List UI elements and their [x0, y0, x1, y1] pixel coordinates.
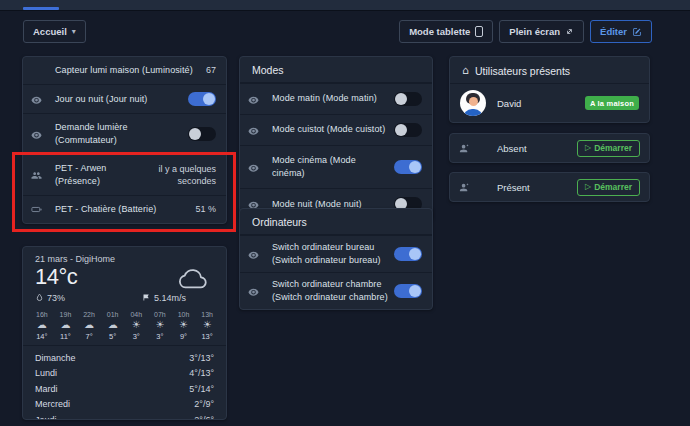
- weather-condition-icon: [179, 319, 188, 331]
- home-icon: ⌂: [462, 64, 469, 77]
- forecast-day: Mercredi 2°/9°: [35, 397, 214, 413]
- forecast-hour: 10h 9°: [178, 311, 190, 341]
- entity-label: Switch ordinateur bureau (Switch ordinat…: [272, 241, 394, 267]
- fullscreen-button[interactable]: Plein écran: [499, 20, 584, 43]
- entity-row-demande-lumiere[interactable]: Demande lumière (Commutateur): [23, 113, 226, 154]
- humidity-value: 73%: [47, 293, 65, 303]
- entity-row-switch-chambre[interactable]: Switch ordinateur chambre (Switch ordina…: [240, 272, 432, 309]
- toggle-switch[interactable]: [188, 92, 216, 106]
- forecast-hour: 13h 13°: [201, 311, 213, 341]
- toggle-switch[interactable]: [394, 92, 422, 106]
- wind-stat: 5.14m/s: [142, 293, 186, 303]
- modes-card: Modes Mode matin (Mode matin) Mode cuist…: [239, 56, 433, 220]
- avatar: [460, 90, 486, 116]
- users-card-title: Utilisateurs présents: [475, 65, 570, 77]
- hourly-forecast: 16h 14° 19h 11° 22h 7° 01h 5° 04h: [23, 304, 226, 345]
- tablet-mode-button[interactable]: Mode tablette: [399, 20, 493, 43]
- scene-card-present[interactable]: Présent ▷ Démarrer: [449, 172, 650, 202]
- forecast-hour: 16h 14°: [36, 311, 48, 341]
- tablet-mode-label: Mode tablette: [409, 26, 470, 37]
- view-selector-accueil[interactable]: Accueil ▾: [23, 20, 86, 43]
- eye-icon: [31, 94, 55, 105]
- toggle-switch[interactable]: [188, 127, 216, 141]
- browser-top-strip: [0, 0, 690, 11]
- scene-label: Absent: [497, 143, 527, 154]
- user-row-david[interactable]: David A la maison: [450, 84, 649, 122]
- users-card: ⌂ Utilisateurs présents David A la maiso…: [449, 56, 650, 123]
- droplet-icon: [35, 293, 44, 302]
- weather-condition-icon: [203, 319, 212, 331]
- forecast-hour: 07h 3°: [154, 311, 166, 341]
- entity-row-pet-arwen[interactable]: PET - Arwen (Présence) il y a quelques s…: [23, 154, 226, 195]
- eye-icon: [248, 125, 272, 136]
- entity-label: Mode cinéma (Mode cinéma): [272, 154, 394, 180]
- play-icon: ▷: [585, 144, 591, 152]
- edit-pencil-icon: [632, 27, 642, 37]
- weather-card[interactable]: 21 mars - DigiHome 14°c 73% 5.14m/s 16h: [22, 246, 227, 420]
- entity-label: Jour ou nuit (Jour nuit): [55, 93, 188, 106]
- forecast-day: Mardi 5°/14°: [35, 381, 214, 397]
- weather-condition-icon: [132, 319, 141, 331]
- chevron-down-icon: ▾: [72, 27, 76, 36]
- cloud-icon: [176, 267, 208, 295]
- computers-card: Ordinateurs Switch ordinateur bureau (Sw…: [239, 208, 433, 310]
- tablet-icon: [475, 26, 483, 37]
- start-button-label: Démarrer: [594, 143, 632, 153]
- edit-dashboard-button[interactable]: Éditer: [590, 20, 652, 43]
- entity-value: 67: [206, 64, 216, 77]
- user-name: David: [497, 98, 521, 109]
- start-scene-button[interactable]: ▷ Démarrer: [577, 179, 640, 196]
- forecast-day: Lundi 4°/13°: [35, 366, 214, 382]
- person-star-icon: [459, 143, 483, 154]
- presence-badge: A la maison: [585, 96, 639, 110]
- weather-condition-icon: [84, 319, 94, 331]
- entity-label: PET - Chatière (Batterie): [55, 203, 195, 216]
- entity-row-luminosite[interactable]: Capteur lumi maison (Luminosité) 67: [23, 57, 226, 84]
- modes-card-title: Modes: [240, 57, 432, 83]
- start-scene-button[interactable]: ▷ Démarrer: [577, 140, 640, 157]
- entity-label: Mode matin (Mode matin): [272, 92, 394, 105]
- eye-icon: [248, 162, 272, 173]
- battery-icon: [31, 204, 55, 215]
- scene-label: Présent: [497, 182, 530, 193]
- person-star-icon: [459, 182, 483, 193]
- fullscreen-expand-icon: [565, 27, 574, 36]
- play-icon: ▷: [585, 183, 591, 191]
- entity-row-jour-ou-nuit[interactable]: Jour ou nuit (Jour nuit): [23, 84, 226, 113]
- entity-row-switch-bureau[interactable]: Switch ordinateur bureau (Switch ordinat…: [240, 235, 432, 272]
- entity-label: Mode cuistot (Mode cuistot): [272, 123, 394, 136]
- wind-icon: [142, 293, 151, 302]
- entity-label: Demande lumière (Commutateur): [55, 121, 188, 147]
- entity-row-mode-cuistot[interactable]: Mode cuistot (Mode cuistot): [240, 114, 432, 145]
- weather-condition-icon: [60, 319, 70, 331]
- toggle-switch[interactable]: [394, 284, 422, 298]
- view-selector-label: Accueil: [33, 26, 67, 37]
- forecast-day: Dimanche 3°/13°: [35, 350, 214, 366]
- eye-icon: [248, 286, 272, 297]
- entity-row-mode-matin[interactable]: Mode matin (Mode matin): [240, 83, 432, 114]
- weather-condition-icon: [155, 319, 164, 331]
- entity-label: Switch ordinateur chambre (Switch ordina…: [272, 278, 394, 304]
- entity-value: 51 %: [195, 203, 216, 216]
- humidity-stat: 73%: [35, 293, 65, 303]
- entity-row-mode-cinema[interactable]: Mode cinéma (Mode cinéma): [240, 145, 432, 188]
- people-icon: [31, 170, 55, 181]
- forecast-hour: 22h 7°: [83, 311, 95, 341]
- entity-row-pet-chatiere[interactable]: PET - Chatière (Batterie) 51 %: [23, 195, 226, 223]
- toggle-switch[interactable]: [394, 160, 422, 174]
- toolbar: Mode tablette Plein écran Éditer: [399, 20, 652, 43]
- entity-label: PET - Arwen (Présence): [55, 162, 152, 188]
- fullscreen-label: Plein écran: [509, 26, 560, 37]
- forecast-hour: 19h 11°: [60, 311, 72, 341]
- toggle-switch[interactable]: [394, 247, 422, 261]
- edit-label: Éditer: [600, 26, 627, 37]
- daily-forecast: Dimanche 3°/13° Lundi 4°/13° Mardi 5°/14…: [23, 345, 226, 420]
- eye-icon: [248, 249, 272, 260]
- wind-value: 5.14m/s: [154, 293, 186, 303]
- weather-condition-icon: [108, 319, 118, 331]
- toggle-switch[interactable]: [394, 123, 422, 137]
- scene-card-absent[interactable]: Absent ▷ Démarrer: [449, 133, 650, 163]
- forecast-day: Jeudi 2°/6°: [35, 412, 214, 420]
- weather-date: 21 mars - DigiHome: [23, 247, 226, 264]
- weather-temperature: 14°c: [35, 265, 77, 289]
